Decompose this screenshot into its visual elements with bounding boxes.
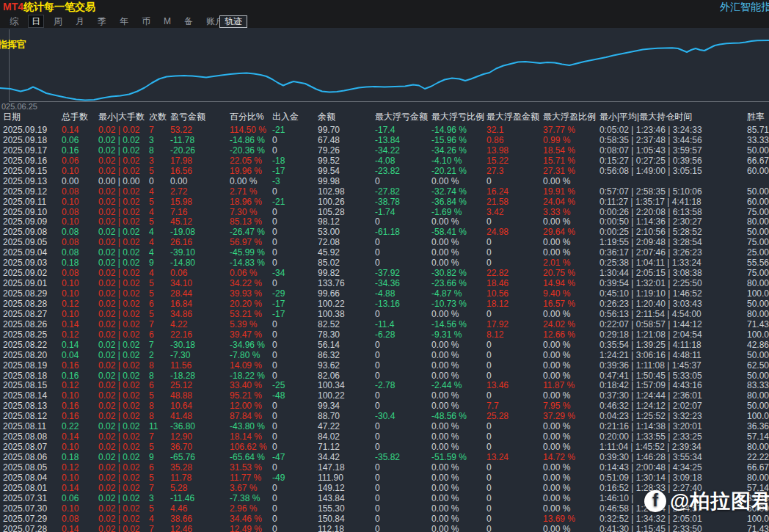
table-row[interactable]: 2025.09.040.080.02 | 0.024-39.10-45.99 %… — [0, 247, 769, 258]
table-row[interactable]: 2025.09.020.080.02 | 0.0240.060.06 %-349… — [0, 268, 769, 278]
table-row[interactable]: 2025.09.090.100.02 | 0.02545.1285.13 %09… — [0, 216, 769, 227]
table-row[interactable]: 2025.08.290.100.02 | 0.02528.4439.93 %-2… — [0, 288, 769, 299]
cell-win-rate: 66.67 — [747, 156, 769, 166]
cell-hold-time: 0:46:32 | 1:24:12 | 2:02:07 — [599, 401, 702, 411]
cell-date: 2025.08.19 — [3, 360, 47, 371]
cell-date: 2025.08.05 — [3, 462, 47, 473]
table-row[interactable]: 2025.09.110.100.02 | 0.02515.9818.96 %-2… — [0, 197, 769, 207]
table-row[interactable]: 2025.08.150.120.02 | 0.02625.1233.40 %-2… — [0, 380, 769, 390]
cell-balance: 72.08 — [318, 237, 340, 247]
cell-deposit-withdraw: 0 — [272, 503, 277, 514]
table-row[interactable]: 2025.08.070.100.02 | 0.02536.70106.62 %0… — [0, 442, 769, 452]
table-row[interactable]: 2025.08.040.100.02 | 0.02511.7811.77 %-4… — [0, 473, 769, 483]
cell-pnl: 48.88 — [170, 390, 192, 401]
cell-pnl: -14.80 — [170, 258, 195, 268]
cell-max-drawdown: 0 — [375, 401, 380, 411]
daily-stats-table: 日期总手数最小|大手数次数盈亏金额百分比%出入金余额最大浮亏金额最大浮亏比例最大… — [0, 112, 769, 532]
table-row[interactable]: 2025.08.080.140.02 | 0.02712.9018.14 %08… — [0, 431, 769, 442]
table-header-row: 日期总手数最小|大手数次数盈亏金额百分比%出入金余额最大浮亏金额最大浮亏比例最大… — [0, 112, 769, 125]
cell-win-rate: 71.43 — [747, 524, 769, 532]
cell-date: 2025.09.04 — [3, 247, 47, 258]
table-row[interactable]: 2025.08.280.120.02 | 0.02616.8420.20 %-1… — [0, 299, 769, 309]
table-row[interactable]: 2025.09.050.080.02 | 0.02426.1656.97 %07… — [0, 237, 769, 247]
cell-deposit-withdraw: 0 — [272, 350, 277, 360]
cell-pnl-percent: -65.64 % — [230, 452, 265, 462]
cell-pnl-percent: 5.39 % — [230, 319, 257, 329]
cell-total-lots: 0.14 — [62, 319, 79, 329]
table-row[interactable]: 2025.09.190.140.02 | 0.02753.22114.50 %-… — [0, 125, 769, 135]
cell-date: 2025.08.25 — [3, 329, 47, 340]
cell-min-max-lots: 0.02 | 0.02 — [98, 380, 140, 390]
table-row[interactable]: 2025.09.130.000.00 | 0.0000.000.00 %-399… — [0, 176, 769, 186]
table-row[interactable]: 2025.08.130.160.02 | 0.02810.6412.00 %09… — [0, 401, 769, 411]
table-row[interactable]: 2025.08.270.100.02 | 0.02534.8653.21 %-1… — [0, 309, 769, 319]
cell-max-drawdown-percent: -51.59 % — [431, 452, 467, 462]
cell-date: 2025.09.05 — [3, 237, 47, 247]
table-row[interactable]: 2025.08.110.220.02 | 0.0211-36.80-43.80 … — [0, 421, 769, 431]
cell-max-float-profit-percent: 37.29 % — [543, 411, 575, 421]
table-row[interactable]: 2025.08.060.180.02 | 0.029-65.76-65.64 %… — [0, 452, 769, 462]
cell-max-drawdown-percent: -36.84 % — [431, 197, 467, 207]
cell-max-float-profit: 13.46 — [486, 380, 509, 390]
cell-max-float-profit: 0 — [486, 473, 492, 483]
table-row[interactable]: 2025.09.080.080.02 | 0.024-19.08-26.47 %… — [0, 227, 769, 237]
cell-max-drawdown-percent: -9.31 % — [431, 329, 462, 340]
cell-trade-count: 7 — [149, 431, 154, 442]
table-row[interactable]: 2025.07.290.080.02 | 0.02438.6634.46 %01… — [0, 514, 769, 524]
cell-deposit-withdraw: 0 — [272, 340, 277, 350]
table-row[interactable]: 2025.08.200.040.02 | 0.022-7.30-7.80 %08… — [0, 350, 769, 360]
cell-pnl: 34.10 — [170, 278, 192, 288]
cell-pnl: -7.30 — [170, 350, 190, 360]
cell-trade-count: 6 — [149, 462, 154, 473]
cell-pnl: 45.12 — [170, 216, 192, 227]
table-row[interactable]: 2025.08.050.120.02 | 0.02635.2831.53 %01… — [0, 462, 769, 473]
cell-max-drawdown-percent: -4.87 % — [431, 288, 462, 299]
watermark: f @柏拉图君 — [644, 488, 769, 514]
table-row[interactable]: 2025.08.220.140.02 | 0.027-30.18-34.96 %… — [0, 340, 769, 350]
table-row[interactable]: 2025.09.180.060.02 | 0.023-11.78-14.86 %… — [0, 135, 769, 145]
cell-balance: 99.98 — [318, 176, 340, 186]
cell-max-drawdown-percent: 0.00 % — [431, 524, 459, 532]
cell-trade-count: 4 — [149, 247, 154, 258]
table-row[interactable]: 2025.08.140.100.02 | 0.02548.8895.21 %-4… — [0, 390, 769, 401]
table-row[interactable]: 2025.09.100.080.02 | 0.0247.167.30 %0105… — [0, 207, 769, 217]
table-row[interactable]: 2025.08.190.160.02 | 0.02811.5614.09 %09… — [0, 360, 769, 371]
table-row[interactable]: 2025.07.280.140.02 | 0.02712.4612.49 %01… — [0, 524, 769, 532]
cell-win-rate: 100.0 — [747, 329, 769, 340]
cell-trade-count: 7 — [149, 340, 154, 350]
cell-max-drawdown-percent: 0.00 % — [431, 258, 459, 268]
cell-deposit-withdraw: 0 — [272, 227, 277, 237]
cell-max-float-profit-percent: 0.00 % — [543, 237, 570, 247]
cell-pnl: -18.28 — [170, 371, 195, 381]
cell-max-float-profit: 0 — [486, 176, 492, 186]
table-row[interactable]: 2025.09.150.100.02 | 0.02516.5619.96 %-1… — [0, 166, 769, 176]
cell-date: 2025.08.29 — [3, 288, 47, 299]
cell-total-lots: 0.14 — [62, 524, 79, 532]
cell-min-max-lots: 0.02 | 0.02 — [98, 473, 140, 483]
cell-total-lots: 0.10 — [62, 278, 79, 288]
table-row[interactable]: 2025.08.120.160.02 | 0.02841.4887.84 %08… — [0, 411, 769, 421]
table-row[interactable]: 2025.09.160.060.02 | 0.02317.9822.05 %-1… — [0, 156, 769, 166]
cell-max-float-profit-percent: 0.00 % — [543, 442, 570, 452]
table-row[interactable]: 2025.08.180.160.02 | 0.028-18.28-18.22 %… — [0, 371, 769, 381]
cell-date: 2025.09.17 — [3, 145, 47, 156]
cell-trade-count: 5 — [149, 278, 154, 288]
cell-pnl: -11.46 — [170, 493, 194, 503]
cell-max-drawdown: 0 — [375, 371, 380, 381]
table-row[interactable]: 2025.09.120.080.02 | 0.0242.722.71 %0102… — [0, 186, 769, 197]
cell-min-max-lots: 0.02 | 0.02 — [98, 329, 140, 340]
table-row[interactable]: 2025.08.250.120.02 | 0.02622.1639.47 %07… — [0, 329, 769, 340]
cell-max-float-profit-percent: 9.40 % — [543, 288, 570, 299]
cell-date: 2025.08.26 — [3, 319, 47, 329]
table-row[interactable]: 2025.09.170.160.02 | 0.028-20.26-20.36 %… — [0, 145, 769, 156]
cell-max-float-profit: 27.3 — [486, 166, 503, 176]
cell-max-float-profit: 0 — [486, 258, 492, 268]
cell-max-float-profit: 0 — [486, 360, 492, 371]
table-row[interactable]: 2025.09.010.100.02 | 0.02534.1034.22 %01… — [0, 278, 769, 288]
table-row[interactable]: 2025.09.030.180.02 | 0.029-14.80-14.83 %… — [0, 258, 769, 268]
table-row[interactable]: 2025.08.260.140.02 | 0.0274.225.39 %082.… — [0, 319, 769, 329]
cell-max-drawdown: -2.78 — [375, 380, 395, 390]
cell-pnl: 26.16 — [170, 237, 192, 247]
cell-pnl: 7.16 — [170, 207, 187, 217]
cell-win-rate: 75.00 — [747, 237, 769, 247]
